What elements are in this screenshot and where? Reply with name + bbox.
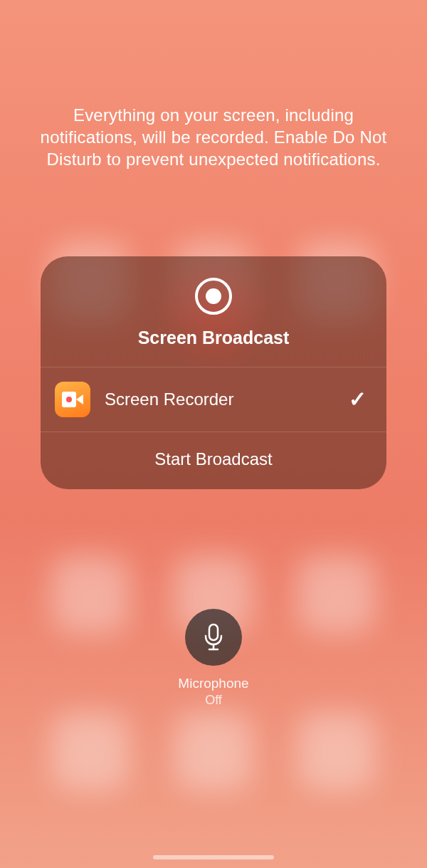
home-indicator[interactable] [153,855,274,859]
app-label: Screen Recorder [105,389,334,409]
recording-info-text: Everything on your screen, including not… [0,104,427,171]
start-broadcast-label: Start Broadcast [154,449,272,469]
svg-rect-0 [209,624,218,640]
panel-header: Screen Broadcast [41,256,386,367]
panel-title: Screen Broadcast [138,328,290,348]
microphone-icon [202,623,225,652]
screen-recorder-app-icon [55,382,90,417]
broadcast-panel: Screen Broadcast Screen Recorder ✓ Start… [41,256,386,489]
start-broadcast-button[interactable]: Start Broadcast [41,432,386,489]
record-icon [195,278,232,315]
checkmark-icon: ✓ [349,387,367,412]
microphone-section: Microphone Off [178,609,248,708]
microphone-toggle-button[interactable] [185,609,242,666]
microphone-status: Off [205,693,222,708]
broadcast-app-row[interactable]: Screen Recorder ✓ [41,367,386,432]
microphone-label: Microphone [178,676,248,691]
